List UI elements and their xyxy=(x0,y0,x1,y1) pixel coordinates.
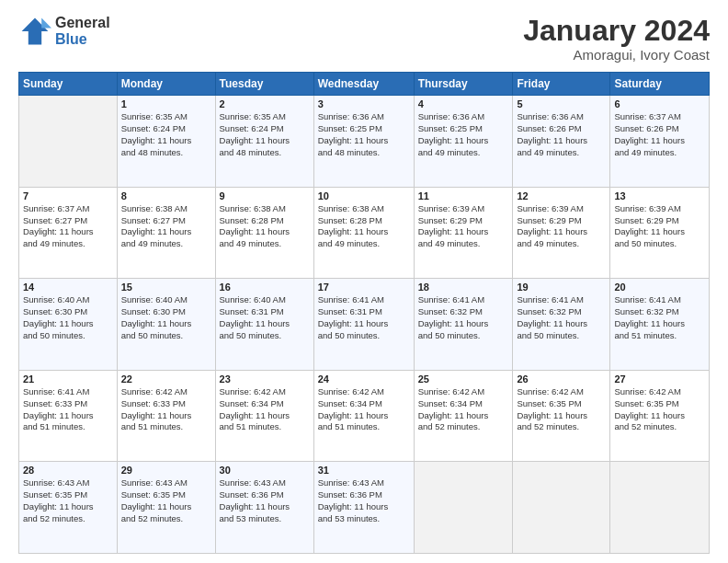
day-info: Sunrise: 6:39 AM Sunset: 6:29 PM Dayligh… xyxy=(517,203,606,250)
day-number: 7 xyxy=(23,190,113,201)
calendar-cell: 24Sunrise: 6:42 AM Sunset: 6:34 PM Dayli… xyxy=(313,370,414,462)
logo-blue-text: Blue xyxy=(55,31,110,48)
day-number: 13 xyxy=(614,190,705,201)
calendar-cell: 3Sunrise: 6:36 AM Sunset: 6:25 PM Daylig… xyxy=(313,96,414,188)
day-info: Sunrise: 6:42 AM Sunset: 6:34 PM Dayligh… xyxy=(220,386,310,433)
calendar-cell: 4Sunrise: 6:36 AM Sunset: 6:25 PM Daylig… xyxy=(414,96,513,188)
col-header-sunday: Sunday xyxy=(19,73,118,96)
calendar-cell xyxy=(19,96,118,188)
calendar-cell: 17Sunrise: 6:41 AM Sunset: 6:31 PM Dayli… xyxy=(313,279,414,371)
calendar-cell xyxy=(610,462,710,554)
calendar-cell: 21Sunrise: 6:41 AM Sunset: 6:33 PM Dayli… xyxy=(19,370,118,462)
day-info: Sunrise: 6:36 AM Sunset: 6:25 PM Dayligh… xyxy=(318,111,410,158)
calendar-cell: 13Sunrise: 6:39 AM Sunset: 6:29 PM Dayli… xyxy=(610,187,710,279)
day-number: 9 xyxy=(220,190,310,201)
day-number: 11 xyxy=(418,190,509,201)
day-info: Sunrise: 6:42 AM Sunset: 6:34 PM Dayligh… xyxy=(418,386,509,433)
day-info: Sunrise: 6:37 AM Sunset: 6:26 PM Dayligh… xyxy=(614,111,705,158)
page: General Blue January 2024 Amoragui, Ivor… xyxy=(0,0,728,563)
calendar-cell: 9Sunrise: 6:38 AM Sunset: 6:28 PM Daylig… xyxy=(215,187,313,279)
day-number: 17 xyxy=(318,282,410,293)
day-info: Sunrise: 6:41 AM Sunset: 6:33 PM Dayligh… xyxy=(23,386,113,433)
day-number: 31 xyxy=(318,465,410,476)
day-info: Sunrise: 6:37 AM Sunset: 6:27 PM Dayligh… xyxy=(23,203,113,250)
calendar-table: SundayMondayTuesdayWednesdayThursdayFrid… xyxy=(18,72,710,554)
calendar-cell: 22Sunrise: 6:42 AM Sunset: 6:33 PM Dayli… xyxy=(117,370,215,462)
col-header-tuesday: Tuesday xyxy=(215,73,313,96)
calendar-cell: 7Sunrise: 6:37 AM Sunset: 6:27 PM Daylig… xyxy=(19,187,118,279)
day-number: 21 xyxy=(23,373,113,385)
calendar-cell: 27Sunrise: 6:42 AM Sunset: 6:35 PM Dayli… xyxy=(610,370,710,462)
calendar-cell: 26Sunrise: 6:42 AM Sunset: 6:35 PM Dayli… xyxy=(513,370,610,462)
day-info: Sunrise: 6:35 AM Sunset: 6:24 PM Dayligh… xyxy=(220,111,310,158)
week-row-2: 7Sunrise: 6:37 AM Sunset: 6:27 PM Daylig… xyxy=(19,187,710,279)
col-header-saturday: Saturday xyxy=(610,73,710,96)
day-number: 14 xyxy=(23,282,113,293)
logo-general-text: General xyxy=(55,15,110,31)
day-number: 16 xyxy=(220,282,310,293)
day-number: 6 xyxy=(614,98,705,109)
logo: General Blue xyxy=(18,15,110,48)
calendar-cell: 28Sunrise: 6:43 AM Sunset: 6:35 PM Dayli… xyxy=(19,462,118,554)
day-info: Sunrise: 6:39 AM Sunset: 6:29 PM Dayligh… xyxy=(418,203,509,250)
col-header-friday: Friday xyxy=(513,73,610,96)
logo-text: General Blue xyxy=(55,15,110,47)
week-row-5: 28Sunrise: 6:43 AM Sunset: 6:35 PM Dayli… xyxy=(19,462,710,554)
day-info: Sunrise: 6:43 AM Sunset: 6:35 PM Dayligh… xyxy=(121,477,211,524)
day-info: Sunrise: 6:41 AM Sunset: 6:32 PM Dayligh… xyxy=(418,294,509,341)
col-header-thursday: Thursday xyxy=(414,73,513,96)
day-number: 23 xyxy=(220,373,310,385)
day-number: 22 xyxy=(121,373,211,385)
calendar-header-row: SundayMondayTuesdayWednesdayThursdayFrid… xyxy=(19,73,710,96)
day-info: Sunrise: 6:40 AM Sunset: 6:31 PM Dayligh… xyxy=(220,294,310,341)
calendar-cell: 20Sunrise: 6:41 AM Sunset: 6:32 PM Dayli… xyxy=(610,279,710,371)
calendar-cell: 29Sunrise: 6:43 AM Sunset: 6:35 PM Dayli… xyxy=(117,462,215,554)
svg-marker-1 xyxy=(41,18,51,29)
calendar-cell: 15Sunrise: 6:40 AM Sunset: 6:30 PM Dayli… xyxy=(117,279,215,371)
day-info: Sunrise: 6:42 AM Sunset: 6:35 PM Dayligh… xyxy=(517,386,606,433)
day-number: 28 xyxy=(23,465,113,476)
calendar-cell: 25Sunrise: 6:42 AM Sunset: 6:34 PM Dayli… xyxy=(414,370,513,462)
calendar-cell xyxy=(414,462,513,554)
calendar-cell: 11Sunrise: 6:39 AM Sunset: 6:29 PM Dayli… xyxy=(414,187,513,279)
day-info: Sunrise: 6:36 AM Sunset: 6:25 PM Dayligh… xyxy=(418,111,509,158)
day-info: Sunrise: 6:42 AM Sunset: 6:33 PM Dayligh… xyxy=(121,386,211,433)
calendar-cell: 6Sunrise: 6:37 AM Sunset: 6:26 PM Daylig… xyxy=(610,96,710,188)
calendar-cell xyxy=(513,462,610,554)
day-number: 15 xyxy=(121,282,211,293)
calendar-cell: 30Sunrise: 6:43 AM Sunset: 6:36 PM Dayli… xyxy=(215,462,313,554)
calendar-cell: 5Sunrise: 6:36 AM Sunset: 6:26 PM Daylig… xyxy=(513,96,610,188)
day-info: Sunrise: 6:43 AM Sunset: 6:36 PM Dayligh… xyxy=(220,477,310,524)
calendar-cell: 2Sunrise: 6:35 AM Sunset: 6:24 PM Daylig… xyxy=(215,96,313,188)
day-info: Sunrise: 6:43 AM Sunset: 6:36 PM Dayligh… xyxy=(318,477,410,524)
day-info: Sunrise: 6:42 AM Sunset: 6:35 PM Dayligh… xyxy=(614,386,705,433)
day-number: 24 xyxy=(318,373,410,385)
day-info: Sunrise: 6:40 AM Sunset: 6:30 PM Dayligh… xyxy=(23,294,113,341)
calendar-cell: 16Sunrise: 6:40 AM Sunset: 6:31 PM Dayli… xyxy=(215,279,313,371)
day-info: Sunrise: 6:40 AM Sunset: 6:30 PM Dayligh… xyxy=(121,294,211,341)
day-number: 10 xyxy=(318,190,410,201)
calendar-cell: 10Sunrise: 6:38 AM Sunset: 6:28 PM Dayli… xyxy=(313,187,414,279)
day-info: Sunrise: 6:43 AM Sunset: 6:35 PM Dayligh… xyxy=(23,477,113,524)
calendar-cell: 8Sunrise: 6:38 AM Sunset: 6:27 PM Daylig… xyxy=(117,187,215,279)
day-info: Sunrise: 6:42 AM Sunset: 6:34 PM Dayligh… xyxy=(318,386,410,433)
calendar-cell: 23Sunrise: 6:42 AM Sunset: 6:34 PM Dayli… xyxy=(215,370,313,462)
week-row-1: 1Sunrise: 6:35 AM Sunset: 6:24 PM Daylig… xyxy=(19,96,710,188)
day-number: 5 xyxy=(517,98,606,109)
header: General Blue January 2024 Amoragui, Ivor… xyxy=(18,15,710,63)
day-info: Sunrise: 6:38 AM Sunset: 6:28 PM Dayligh… xyxy=(220,203,310,250)
calendar-cell: 19Sunrise: 6:41 AM Sunset: 6:32 PM Dayli… xyxy=(513,279,610,371)
day-number: 30 xyxy=(220,465,310,476)
day-number: 12 xyxy=(517,190,606,201)
main-title: January 2024 xyxy=(523,15,710,47)
col-header-wednesday: Wednesday xyxy=(313,73,414,96)
calendar-cell: 14Sunrise: 6:40 AM Sunset: 6:30 PM Dayli… xyxy=(19,279,118,371)
calendar-cell: 18Sunrise: 6:41 AM Sunset: 6:32 PM Dayli… xyxy=(414,279,513,371)
day-number: 18 xyxy=(418,282,509,293)
day-number: 25 xyxy=(418,373,509,385)
day-number: 2 xyxy=(220,98,310,109)
day-number: 26 xyxy=(517,373,606,385)
logo-icon xyxy=(18,15,51,48)
day-info: Sunrise: 6:41 AM Sunset: 6:31 PM Dayligh… xyxy=(318,294,410,341)
day-number: 27 xyxy=(614,373,705,385)
